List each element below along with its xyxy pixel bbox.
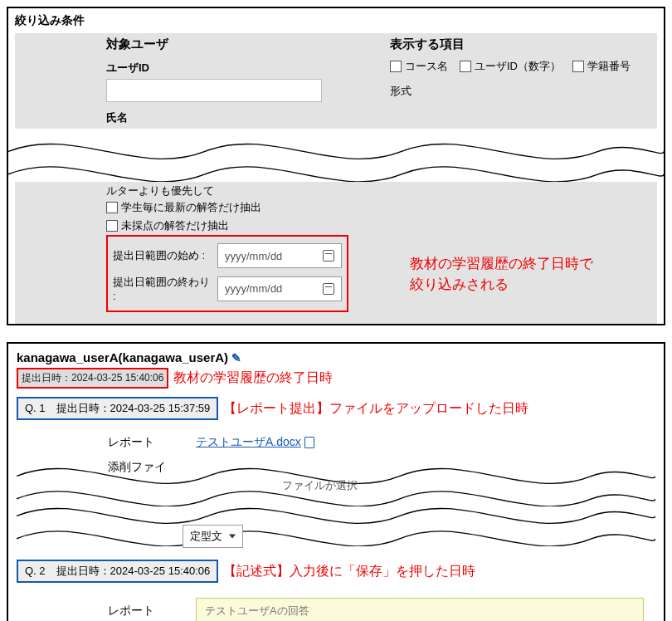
col-userid-label: ユーザID（数字） [475, 59, 561, 74]
filter-form-box-lower: ルターよりも優先して 学生毎に最新の解答だけ抽出 未採点の解答だけ抽出 提出日範… [15, 182, 657, 324]
user-id-input[interactable] [106, 79, 322, 102]
answer-placeholder: テストユーザAの回答 [205, 604, 309, 617]
submission-detail-panel: kanagawa_userA(kanagawa_userA) ✎ 提出日時：20… [7, 342, 665, 621]
date-start-input[interactable]: yyyy/mm/dd [217, 243, 342, 268]
document-icon [304, 437, 314, 448]
template-select-label: 定型文 [190, 529, 222, 544]
target-user-col: 対象ユーザ ユーザID 氏名 [106, 37, 373, 129]
file-link-text: テストユーザA.docx [196, 435, 301, 450]
edit-icon[interactable]: ✎ [231, 351, 241, 364]
display-cols-col: 表示する項目 コース名 ユーザID（数字） 学籍番号 形式 [390, 37, 657, 129]
correction-file-label: 添削ファイ [108, 460, 166, 475]
checkbox-course[interactable] [390, 61, 402, 72]
wave-cut-icon [8, 129, 664, 182]
calendar-icon [323, 283, 334, 295]
report-label-2: レポート [108, 604, 154, 619]
q1-bluebox: Q. 1 提出日時：2024-03-25 15:37:59 [17, 397, 218, 420]
file-selected-fragment: ファイルが選択 [282, 479, 358, 491]
date-start-label: 提出日範囲の始め : [113, 248, 211, 263]
annotation-q2: 【記述式】入力後に「保存」を押した日時 [223, 563, 475, 580]
checkbox-userid[interactable] [460, 61, 471, 72]
checkbox-ungraded[interactable] [106, 220, 118, 232]
panel-title: 絞り込み条件 [8, 8, 664, 33]
q2-bluebox: Q. 2 提出日時：2024-03-25 15:40:06 [17, 560, 218, 583]
user-header: kanagawa_userA(kanagawa_userA) ✎ [17, 350, 655, 364]
date-range-redbox: 提出日範囲の始め : yyyy/mm/dd 提出日範囲の終わり : yyyy/m… [106, 235, 348, 312]
answer-textarea[interactable]: テストユーザAの回答 [196, 598, 644, 621]
calendar-icon [323, 250, 334, 262]
format-fragment: 形式 [390, 84, 657, 99]
user-id-label: ユーザID [106, 57, 373, 79]
chk-latest-label: 学生毎に最新の解答だけ抽出 [121, 200, 261, 215]
checkbox-latest[interactable] [106, 202, 118, 213]
date-end-placeholder: yyyy/mm/dd [225, 282, 282, 295]
filter-conditions-panel: 絞り込み条件 対象ユーザ ユーザID 氏名 表示する項目 コース名 ユーザID（… [7, 7, 665, 325]
annotation-date-range-l1: 教材の学習履歴の終了日時で [410, 252, 593, 274]
filter-form-box: 対象ユーザ ユーザID 氏名 表示する項目 コース名 ユーザID（数字） 学籍番… [15, 33, 657, 129]
report-label: レポート [108, 435, 154, 450]
date-end-input[interactable]: yyyy/mm/dd [217, 276, 342, 301]
file-link[interactable]: テストユーザA.docx [196, 435, 314, 450]
col-course-label: コース名 [405, 59, 448, 74]
checkbox-stuno[interactable] [572, 61, 584, 72]
filter-priority-fragment: ルターよりも優先して [106, 183, 657, 198]
submit-ts-head: 提出日時：2024-03-25 15:40:06 [18, 369, 167, 387]
template-select[interactable]: 定型文 [183, 525, 243, 548]
annotation-date-range: 教材の学習履歴の終了日時で 絞り込みされる [410, 252, 593, 295]
user-display-name: kanagawa_userA(kanagawa_userA) [17, 350, 228, 364]
annotation-end-time: 教材の学習履歴の終了日時 [173, 369, 333, 387]
submit-ts-redbox: 提出日時：2024-03-25 15:40:06 [17, 368, 168, 389]
chk-ungraded-label: 未採点の解答だけ抽出 [121, 218, 229, 233]
annotation-q1: 【レポート提出】ファイルをアップロードした日時 [223, 400, 528, 418]
col-stuno-label: 学籍番号 [587, 59, 631, 74]
target-user-label: 対象ユーザ [106, 37, 373, 57]
display-cols-label: 表示する項目 [390, 37, 657, 57]
name-label: 氏名 [106, 107, 373, 129]
annotation-date-range-l2: 絞り込みされる [410, 274, 593, 296]
date-start-placeholder: yyyy/mm/dd [225, 250, 282, 262]
date-end-label: 提出日範囲の終わり : [113, 275, 211, 302]
